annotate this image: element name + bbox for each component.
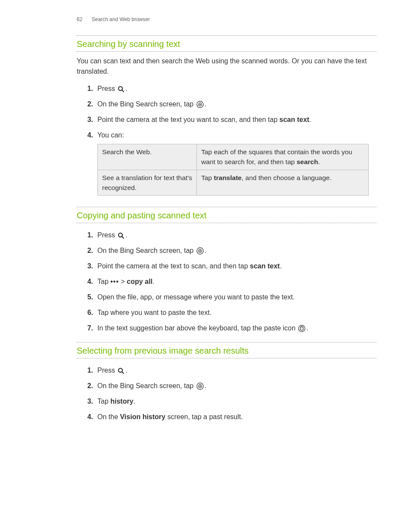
- search-icon: [118, 232, 125, 239]
- step-text: You can:: [97, 131, 124, 139]
- section-intro: You can scan text and then search the We…: [77, 56, 377, 77]
- list-item: 6. Tap where you want to paste the text.: [85, 305, 377, 320]
- list-item: 2. On the Bing Search screen, tap .: [85, 96, 377, 112]
- steps-list-searching: 1. Press . 2. On the Bing Search screen,…: [77, 81, 377, 201]
- option-desc: Tap each of the squares that contain the…: [197, 144, 369, 170]
- steps-list-selecting: 1. Press . 2. On the Bing Search screen,…: [77, 363, 377, 425]
- search-icon: [118, 86, 125, 93]
- scan-text-label: scan text: [279, 116, 309, 123]
- svg-line-1: [122, 90, 124, 92]
- table-row: Search the Web. Tap each of the squares …: [98, 144, 369, 170]
- list-item: 2. On the Bing Search screen, tap .: [85, 378, 377, 394]
- section-title-copying: Copying and pasting scanned text: [77, 207, 377, 223]
- chapter-title: Search and Web browser: [92, 16, 150, 22]
- step-text: Press: [97, 231, 117, 239]
- option-label: See a translation for text that's recogn…: [98, 170, 197, 196]
- svg-point-9: [199, 250, 201, 252]
- more-icon: •••: [110, 278, 119, 285]
- vision-icon: [196, 247, 204, 255]
- step-text: On the Bing Search screen, tap: [97, 247, 196, 254]
- scan-text-label: scan text: [250, 262, 280, 270]
- step-text: Tap where you want to paste the text.: [97, 308, 377, 318]
- list-item: 1. Press .: [85, 227, 377, 243]
- option-desc: Tap translate, and then choose a languag…: [197, 170, 369, 196]
- step-text: Tap: [97, 278, 110, 285]
- list-item: 4. Tap ••• > copy all.: [85, 274, 377, 289]
- step-text: In the text suggestion bar above the key…: [97, 324, 297, 332]
- list-item: 3. Tap history.: [85, 394, 377, 409]
- copy-all-label: copy all: [127, 278, 153, 285]
- list-item: 3. Point the camera at the text you want…: [85, 112, 377, 128]
- svg-rect-12: [301, 327, 303, 327]
- vision-icon: [196, 383, 204, 390]
- page-number: 62: [77, 16, 82, 23]
- step-text: Open the file, app, or message where you…: [97, 292, 377, 302]
- steps-list-copying: 1. Press . 2. On the Bing Search screen,…: [77, 227, 377, 336]
- svg-line-14: [122, 372, 124, 373]
- svg-point-10: [299, 325, 305, 332]
- list-item: 2. On the Bing Search screen, tap .: [85, 243, 377, 258]
- list-item: 5. Open the file, app, or message where …: [85, 289, 377, 305]
- step-text: Point the camera at the text you want to…: [97, 116, 279, 123]
- step-text: Press: [97, 85, 117, 92]
- list-item: 4. On the Vision history screen, tap a p…: [85, 409, 377, 425]
- section-title-searching: Searching by scanning text: [77, 35, 377, 52]
- vision-icon: [196, 101, 204, 108]
- list-item: 1. Press .: [85, 363, 377, 378]
- step-text: Tap: [97, 398, 110, 405]
- history-label: history: [110, 398, 133, 405]
- step-text: Press: [97, 367, 117, 374]
- step-text: On the: [97, 413, 120, 420]
- paste-icon: [298, 325, 305, 332]
- list-item: 3. Point the camera at the text to scan,…: [85, 258, 377, 274]
- options-table: Search the Web. Tap each of the squares …: [97, 144, 369, 196]
- list-item: 7. In the text suggestion bar above the …: [85, 320, 377, 336]
- step-text: On the Bing Search screen, tap: [97, 100, 196, 108]
- section-title-selecting: Selecting from previous image search res…: [77, 342, 377, 358]
- list-item: 1. Press .: [85, 81, 377, 96]
- svg-rect-11: [301, 327, 304, 330]
- option-label: Search the Web.: [98, 144, 197, 170]
- vision-history-label: Vision history: [120, 413, 165, 420]
- table-row: See a translation for text that's recogn…: [98, 170, 369, 196]
- svg-point-17: [199, 386, 201, 387]
- svg-point-4: [199, 104, 201, 105]
- svg-line-6: [122, 236, 124, 238]
- step-text: On the Bing Search screen, tap: [97, 382, 196, 389]
- search-icon: [118, 367, 125, 374]
- step-text: Point the camera at the text to scan, an…: [97, 262, 250, 270]
- page-header: 62 Search and Web browser: [77, 16, 377, 23]
- list-item: 4. You can: Search the Web. Tap each of …: [85, 128, 377, 201]
